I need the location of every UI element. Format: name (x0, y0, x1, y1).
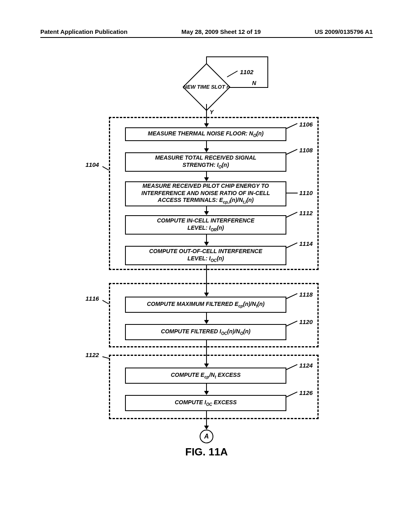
figure-label: FIG. 11A (0, 446, 413, 458)
arrowhead-icon (204, 242, 209, 246)
ref-1114: 1114 (299, 240, 313, 247)
ref-1122: 1122 (86, 351, 99, 358)
ref-1124: 1124 (299, 362, 313, 369)
ref-1126: 1126 (299, 389, 313, 396)
ref-leader (102, 166, 109, 170)
ref-1104: 1104 (86, 161, 99, 168)
step-1126: COMPUTE IOC EXCESS (125, 395, 286, 411)
ref-1106: 1106 (299, 121, 313, 128)
arrowhead-icon (204, 211, 209, 215)
flow-arrow (206, 384, 207, 392)
ref-leader (286, 193, 298, 193)
ref-leader (102, 300, 109, 304)
flow-arrow (206, 313, 207, 321)
header-center: May 28, 2009 Sheet 12 of 19 (181, 28, 261, 37)
ref-1112: 1112 (299, 210, 313, 216)
step-1118: COMPUTE MAXIMUM FILTERED Ecp(n)/Nt(n) (125, 297, 286, 313)
ref-1108: 1108 (299, 147, 313, 154)
ref-1110: 1110 (299, 189, 313, 196)
step-1108: MEASURE TOTAL RECEIVED SIGNAL STRENGTH: … (125, 152, 286, 172)
arrowhead-icon (204, 320, 209, 324)
connector-a: A (200, 430, 213, 443)
flow-arrow (206, 141, 207, 149)
decision-new-time-slot: NEW TIME SLOT n (182, 71, 231, 103)
step-1112: COMPUTE IN-CELL INTERFERENCE LEVEL: IOR(… (125, 215, 286, 235)
flow-line (230, 87, 268, 88)
decision-label: NEW TIME SLOT n (184, 84, 230, 90)
step-1106: MEASURE THERMAL NOISE FLOOR: NO(n) (125, 127, 286, 141)
flow-arrow (206, 235, 207, 243)
arrowhead-icon (204, 177, 209, 181)
flow-line (206, 56, 268, 57)
arrowhead-icon (204, 148, 209, 152)
branch-yes-label: Y (210, 109, 213, 115)
ref-1102: 1102 (240, 69, 253, 75)
connector-label: A (204, 433, 209, 440)
header-right: US 2009/0135796 A1 (315, 28, 373, 37)
step-1114: COMPUTE OUT-OF-CELL INTERFERENCE LEVEL: … (125, 246, 286, 265)
arrowhead-icon (204, 426, 209, 430)
header-left: Patent Application Publication (40, 28, 127, 37)
ref-1116: 1116 (86, 295, 99, 302)
ref-1118: 1118 (299, 291, 313, 298)
step-1110: MEASURE RECEIVED PILOT CHIP ENERGY TO IN… (125, 181, 286, 206)
flow-arrow (206, 411, 207, 426)
ref-leader (102, 356, 110, 359)
arrowhead-icon (204, 391, 209, 395)
page-header: Patent Application Publication May 28, 2… (40, 28, 373, 38)
flow-line (267, 56, 268, 88)
step-1120: COMPUTE FILTERED IOC(n)/NO(n) (125, 324, 286, 340)
step-1124: COMPUTE Ecp/Nt EXCESS (125, 368, 286, 384)
ref-1120: 1120 (299, 318, 313, 325)
branch-no-label: N (252, 80, 256, 86)
flowchart-canvas: NEW TIME SLOT n 1102 N Y 1104 MEASURE TH… (0, 48, 413, 492)
